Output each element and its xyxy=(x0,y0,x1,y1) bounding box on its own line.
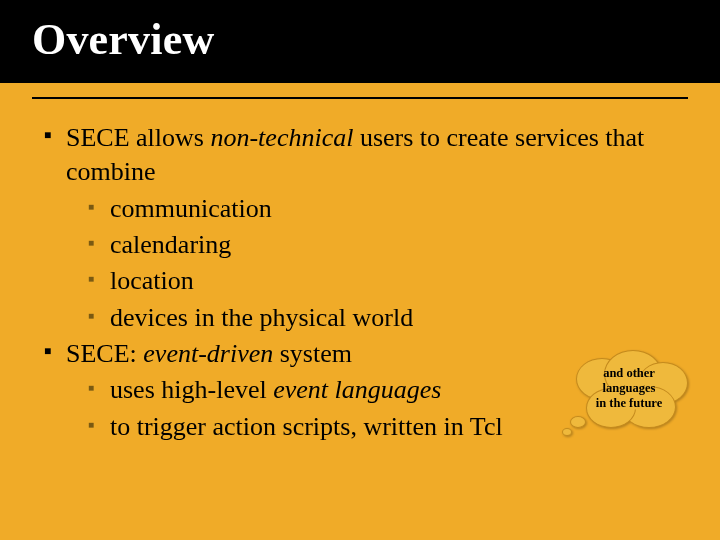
slide-title: Overview xyxy=(32,14,720,65)
slide: Overview SECE allows non-technical users… xyxy=(0,0,720,540)
thought-bubble: and other languages in the future xyxy=(568,354,690,432)
bullet-1: SECE allows non-technical users to creat… xyxy=(44,121,680,335)
bullet-1-em: non-technical xyxy=(210,123,353,152)
sub-item: location xyxy=(88,264,680,298)
sub-item: communication xyxy=(88,192,680,226)
sub-a: uses high-level xyxy=(110,375,273,404)
sub-item: devices in the physical world xyxy=(88,301,680,335)
cloud-tail xyxy=(562,428,572,436)
sub-em: event languages xyxy=(273,375,441,404)
bullet-1-sublist: communication calendaring location devic… xyxy=(88,192,680,335)
title-band: Overview xyxy=(0,0,720,83)
bullet-2-suffix: system xyxy=(273,339,352,368)
bullet-2-prefix: SECE: xyxy=(66,339,143,368)
cloud-line: in the future xyxy=(596,396,662,410)
cloud-line: languages xyxy=(603,381,656,395)
bullet-2-em: event-driven xyxy=(143,339,273,368)
cloud-line: and other xyxy=(603,366,655,380)
sub-a: to trigger action scripts, written in Tc… xyxy=(110,412,503,441)
bullet-1-prefix: SECE allows xyxy=(66,123,210,152)
sub-item: calendaring xyxy=(88,228,680,262)
cloud-text: and other languages in the future xyxy=(568,366,690,411)
cloud-tail xyxy=(570,416,586,428)
